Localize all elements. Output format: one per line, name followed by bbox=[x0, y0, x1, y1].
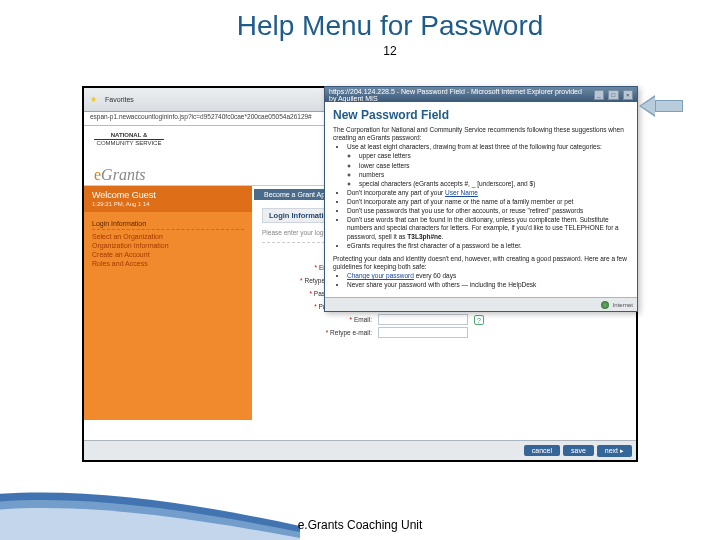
popup-rule-list: Use at least eight characters, drawing f… bbox=[347, 143, 629, 250]
cat-item: numbers bbox=[359, 171, 629, 179]
maximize-icon[interactable]: □ bbox=[608, 90, 618, 100]
cancel-button[interactable]: cancel bbox=[524, 445, 560, 456]
internet-zone-icon bbox=[601, 301, 609, 309]
label-reemail: * Retype e-mail: bbox=[262, 329, 372, 336]
save-button[interactable]: save bbox=[563, 445, 594, 456]
popup-rule: Don't incorporate any part of your name … bbox=[347, 198, 629, 206]
cat-item: upper case letters bbox=[359, 152, 629, 160]
sidebar-item[interactable]: Create an Account bbox=[92, 250, 244, 259]
sidebar-item[interactable]: Roles and Access bbox=[92, 259, 244, 268]
slide-footer: e.Grants Coaching Unit bbox=[0, 518, 720, 532]
callout-arrow-icon bbox=[639, 95, 683, 117]
input-email[interactable] bbox=[378, 314, 468, 325]
slide-title: Help Menu for Password bbox=[60, 0, 720, 44]
popup-titlebar[interactable]: https://204.124.228.5 - New Password Fie… bbox=[325, 87, 637, 102]
sidebar-nav: Login Information Select an Organization… bbox=[84, 212, 252, 274]
popup-rule: Don't use words that can be found in the… bbox=[347, 216, 629, 240]
help-popup-window: https://204.124.228.5 - New Password Fie… bbox=[324, 86, 638, 312]
popup-body: New Password Field The Corporation for N… bbox=[325, 102, 637, 294]
status-bar: cancel save next ▸ bbox=[84, 440, 636, 460]
sidebar-item[interactable]: Select an Organization bbox=[92, 232, 244, 241]
welcome-panel: Welcome Guest 1:29:21 PM, Aug 1 14 bbox=[84, 186, 252, 212]
sidebar-section: Login Information bbox=[92, 218, 244, 230]
next-button[interactable]: next ▸ bbox=[597, 445, 632, 457]
cat-item: lower case letters bbox=[359, 162, 629, 170]
popup-heading: New Password Field bbox=[333, 106, 629, 126]
favorites-label[interactable]: Favorites bbox=[105, 96, 134, 103]
popup-rule: Don't incorporate any part of your User … bbox=[347, 189, 629, 197]
minimize-icon[interactable]: _ bbox=[594, 90, 604, 100]
cat-item: special characters (eGrants accepts #, _… bbox=[359, 180, 629, 188]
close-icon[interactable]: × bbox=[623, 90, 633, 100]
closing-item: Change your password every 60 days bbox=[347, 272, 629, 280]
popup-rule: Use at least eight characters, drawing f… bbox=[347, 143, 629, 188]
input-reemail[interactable] bbox=[378, 327, 468, 338]
popup-rule: eGrants requires the first character of … bbox=[347, 242, 629, 250]
sidebar-item[interactable]: Organization Information bbox=[92, 241, 244, 250]
favorites-star-icon[interactable]: ★ bbox=[90, 95, 97, 104]
slide-number: 12 bbox=[60, 44, 720, 58]
popup-title-text: https://204.124.228.5 - New Password Fie… bbox=[329, 88, 586, 102]
cns-logo: NATIONAL & COMMUNITY SERVICE bbox=[94, 132, 164, 166]
screenshot-stage: ★ Favorites espan-p1.newaccountlogininfo… bbox=[82, 86, 638, 462]
label-email: * Email: bbox=[262, 316, 372, 323]
popup-closing: Protecting your data and identity doesn'… bbox=[333, 255, 629, 271]
orange-sidebar: Welcome Guest 1:29:21 PM, Aug 1 14 Login… bbox=[84, 186, 252, 420]
closing-item: Never share your password with others — … bbox=[347, 281, 629, 289]
popup-rule: Don't use passwords that you use for oth… bbox=[347, 207, 629, 215]
help-icon[interactable]: ? bbox=[474, 315, 484, 325]
popup-intro: The Corporation for National and Communi… bbox=[333, 126, 629, 142]
zone-label: Internet bbox=[613, 302, 633, 308]
popup-status-bar: Internet bbox=[325, 297, 637, 311]
